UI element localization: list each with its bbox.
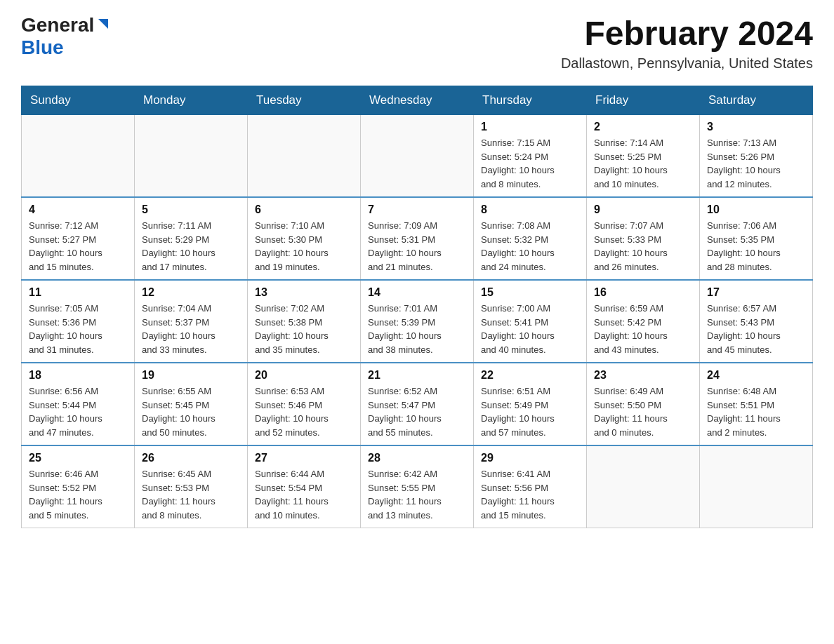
calendar-cell: 22Sunrise: 6:51 AMSunset: 5:49 PMDayligh…: [474, 363, 587, 445]
day-number: 26: [142, 452, 240, 464]
calendar-cell: 23Sunrise: 6:49 AMSunset: 5:50 PMDayligh…: [587, 363, 700, 445]
calendar-cell: 25Sunrise: 6:46 AMSunset: 5:52 PMDayligh…: [22, 445, 135, 528]
day-number: 13: [255, 286, 353, 299]
day-number: 20: [255, 369, 353, 382]
day-info: Sunrise: 7:13 AMSunset: 5:26 PMDaylight:…: [707, 136, 805, 191]
calendar-week-row: 11Sunrise: 7:05 AMSunset: 5:36 PMDayligh…: [22, 280, 813, 363]
day-info: Sunrise: 7:04 AMSunset: 5:37 PMDaylight:…: [142, 302, 240, 356]
calendar-cell: 14Sunrise: 7:01 AMSunset: 5:39 PMDayligh…: [361, 280, 474, 363]
day-info: Sunrise: 7:14 AMSunset: 5:25 PMDaylight:…: [594, 136, 692, 191]
day-info: Sunrise: 7:02 AMSunset: 5:38 PMDaylight:…: [255, 302, 353, 356]
day-number: 11: [29, 286, 127, 299]
calendar-cell: 27Sunrise: 6:44 AMSunset: 5:54 PMDayligh…: [248, 445, 361, 528]
calendar-cell: 12Sunrise: 7:04 AMSunset: 5:37 PMDayligh…: [135, 280, 248, 363]
calendar-header-thursday: Thursday: [474, 86, 587, 115]
day-number: 14: [368, 286, 466, 299]
day-number: 4: [29, 203, 127, 216]
day-info: Sunrise: 7:05 AMSunset: 5:36 PMDaylight:…: [29, 302, 127, 356]
day-info: Sunrise: 7:12 AMSunset: 5:27 PMDaylight:…: [29, 219, 127, 274]
day-number: 3: [707, 121, 805, 133]
calendar-cell: 19Sunrise: 6:55 AMSunset: 5:45 PMDayligh…: [135, 363, 248, 445]
day-info: Sunrise: 6:48 AMSunset: 5:51 PMDaylight:…: [707, 384, 805, 439]
calendar-header-monday: Monday: [135, 86, 248, 115]
calendar-cell: 5Sunrise: 7:11 AMSunset: 5:29 PMDaylight…: [135, 197, 248, 280]
calendar-week-row: 18Sunrise: 6:56 AMSunset: 5:44 PMDayligh…: [22, 363, 813, 445]
day-number: 5: [142, 203, 240, 216]
day-info: Sunrise: 6:57 AMSunset: 5:43 PMDaylight:…: [707, 302, 805, 356]
calendar-cell: 7Sunrise: 7:09 AMSunset: 5:31 PMDaylight…: [361, 197, 474, 280]
day-number: 9: [594, 203, 692, 216]
day-info: Sunrise: 6:42 AMSunset: 5:55 PMDaylight:…: [368, 467, 466, 522]
calendar-cell: 29Sunrise: 6:41 AMSunset: 5:56 PMDayligh…: [474, 445, 587, 528]
calendar-cell: 24Sunrise: 6:48 AMSunset: 5:51 PMDayligh…: [700, 363, 813, 445]
calendar-cell: 21Sunrise: 6:52 AMSunset: 5:47 PMDayligh…: [361, 363, 474, 445]
day-info: Sunrise: 7:00 AMSunset: 5:41 PMDaylight:…: [481, 302, 579, 356]
calendar-table: SundayMondayTuesdayWednesdayThursdayFrid…: [21, 86, 813, 528]
day-number: 6: [255, 203, 353, 216]
day-info: Sunrise: 6:45 AMSunset: 5:53 PMDaylight:…: [142, 467, 240, 522]
calendar-cell: 9Sunrise: 7:07 AMSunset: 5:33 PMDaylight…: [587, 197, 700, 280]
calendar-header-row: SundayMondayTuesdayWednesdayThursdayFrid…: [22, 86, 813, 115]
day-number: 18: [29, 369, 127, 382]
day-number: 8: [481, 203, 579, 216]
day-number: 17: [707, 286, 805, 299]
day-info: Sunrise: 7:07 AMSunset: 5:33 PMDaylight:…: [594, 219, 692, 274]
day-number: 23: [594, 369, 692, 382]
calendar-cell: 2Sunrise: 7:14 AMSunset: 5:25 PMDaylight…: [587, 115, 700, 198]
calendar-cell: 1Sunrise: 7:15 AMSunset: 5:24 PMDaylight…: [474, 115, 587, 198]
day-number: 12: [142, 286, 240, 299]
calendar-cell: 3Sunrise: 7:13 AMSunset: 5:26 PMDaylight…: [700, 115, 813, 198]
calendar-header-friday: Friday: [587, 86, 700, 115]
calendar-cell: 6Sunrise: 7:10 AMSunset: 5:30 PMDaylight…: [248, 197, 361, 280]
calendar-cell: 8Sunrise: 7:08 AMSunset: 5:32 PMDaylight…: [474, 197, 587, 280]
calendar-header-tuesday: Tuesday: [248, 86, 361, 115]
day-info: Sunrise: 6:44 AMSunset: 5:54 PMDaylight:…: [255, 467, 353, 522]
day-number: 7: [368, 203, 466, 216]
location-subtitle: Dallastown, Pennsylvania, United States: [561, 55, 813, 72]
calendar-header-sunday: Sunday: [22, 86, 135, 115]
day-info: Sunrise: 6:49 AMSunset: 5:50 PMDaylight:…: [594, 384, 692, 439]
day-number: 24: [707, 369, 805, 382]
calendar-cell: 16Sunrise: 6:59 AMSunset: 5:42 PMDayligh…: [587, 280, 700, 363]
day-number: 10: [707, 203, 805, 216]
day-info: Sunrise: 6:51 AMSunset: 5:49 PMDaylight:…: [481, 384, 579, 439]
calendar-cell: 18Sunrise: 6:56 AMSunset: 5:44 PMDayligh…: [22, 363, 135, 445]
day-info: Sunrise: 7:08 AMSunset: 5:32 PMDaylight:…: [481, 219, 579, 274]
logo-general-text: General: [21, 14, 94, 36]
calendar-cell: 28Sunrise: 6:42 AMSunset: 5:55 PMDayligh…: [361, 445, 474, 528]
day-info: Sunrise: 7:10 AMSunset: 5:30 PMDaylight:…: [255, 219, 353, 274]
calendar-week-row: 4Sunrise: 7:12 AMSunset: 5:27 PMDaylight…: [22, 197, 813, 280]
calendar-cell: [700, 445, 813, 528]
day-info: Sunrise: 6:56 AMSunset: 5:44 PMDaylight:…: [29, 384, 127, 439]
day-info: Sunrise: 6:59 AMSunset: 5:42 PMDaylight:…: [594, 302, 692, 356]
day-info: Sunrise: 6:52 AMSunset: 5:47 PMDaylight:…: [368, 384, 466, 439]
day-number: 21: [368, 369, 466, 382]
calendar-cell: 4Sunrise: 7:12 AMSunset: 5:27 PMDaylight…: [22, 197, 135, 280]
calendar-week-row: 1Sunrise: 7:15 AMSunset: 5:24 PMDaylight…: [22, 115, 813, 198]
calendar-week-row: 25Sunrise: 6:46 AMSunset: 5:52 PMDayligh…: [22, 445, 813, 528]
page-header: General Blue February 2024 Dallastown, P…: [21, 14, 813, 72]
day-number: 28: [368, 452, 466, 464]
calendar-cell: 15Sunrise: 7:00 AMSunset: 5:41 PMDayligh…: [474, 280, 587, 363]
calendar-header-wednesday: Wednesday: [361, 86, 474, 115]
day-number: 27: [255, 452, 353, 464]
day-number: 16: [594, 286, 692, 299]
day-info: Sunrise: 7:06 AMSunset: 5:35 PMDaylight:…: [707, 219, 805, 274]
day-info: Sunrise: 6:53 AMSunset: 5:46 PMDaylight:…: [255, 384, 353, 439]
day-info: Sunrise: 7:01 AMSunset: 5:39 PMDaylight:…: [368, 302, 466, 356]
day-number: 22: [481, 369, 579, 382]
day-number: 19: [142, 369, 240, 382]
calendar-cell: 20Sunrise: 6:53 AMSunset: 5:46 PMDayligh…: [248, 363, 361, 445]
day-info: Sunrise: 6:46 AMSunset: 5:52 PMDaylight:…: [29, 467, 127, 522]
day-info: Sunrise: 6:55 AMSunset: 5:45 PMDaylight:…: [142, 384, 240, 439]
day-info: Sunrise: 7:15 AMSunset: 5:24 PMDaylight:…: [481, 136, 579, 191]
calendar-cell: 26Sunrise: 6:45 AMSunset: 5:53 PMDayligh…: [135, 445, 248, 528]
day-number: 2: [594, 121, 692, 133]
calendar-cell: [248, 115, 361, 198]
day-number: 15: [481, 286, 579, 299]
day-info: Sunrise: 7:09 AMSunset: 5:31 PMDaylight:…: [368, 219, 466, 274]
day-number: 29: [481, 452, 579, 464]
day-info: Sunrise: 7:11 AMSunset: 5:29 PMDaylight:…: [142, 219, 240, 274]
logo: General Blue: [21, 14, 111, 59]
calendar-header-saturday: Saturday: [700, 86, 813, 115]
